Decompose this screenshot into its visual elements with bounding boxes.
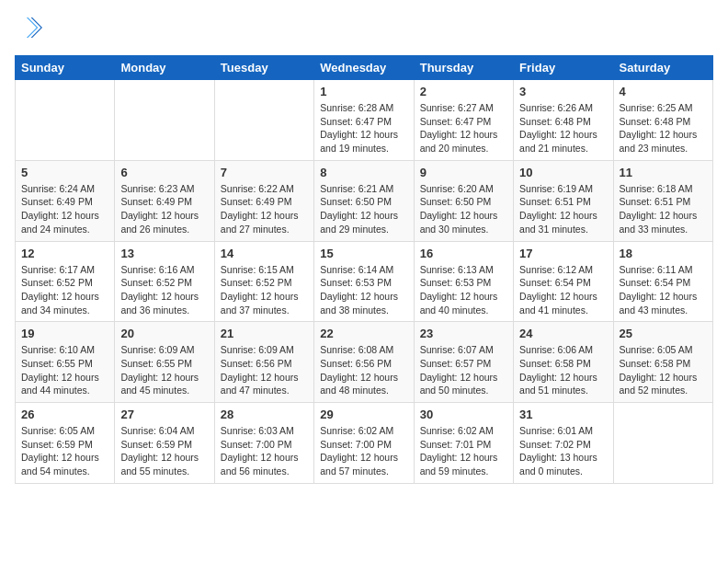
calendar-day-cell: 14Sunrise: 6:15 AM Sunset: 6:52 PM Dayli… <box>214 241 313 322</box>
day-info: Sunrise: 6:07 AM Sunset: 6:57 PM Dayligh… <box>420 343 507 397</box>
calendar-week-row: 12Sunrise: 6:17 AM Sunset: 6:52 PM Dayli… <box>16 241 713 322</box>
day-number: 9 <box>420 166 507 179</box>
calendar-day-cell: 26Sunrise: 6:05 AM Sunset: 6:59 PM Dayli… <box>16 403 115 484</box>
page-header <box>15 15 713 44</box>
day-info: Sunrise: 6:02 AM Sunset: 7:00 PM Dayligh… <box>320 424 407 478</box>
day-number: 19 <box>21 327 108 340</box>
day-number: 23 <box>420 327 507 340</box>
day-number: 22 <box>320 327 407 340</box>
day-info: Sunrise: 6:09 AM Sunset: 6:56 PM Dayligh… <box>221 343 308 397</box>
logo <box>15 15 42 44</box>
day-info: Sunrise: 6:09 AM Sunset: 6:55 PM Dayligh… <box>120 343 208 397</box>
calendar-day-cell: 8Sunrise: 6:21 AM Sunset: 6:50 PM Daylig… <box>314 160 414 241</box>
day-number: 11 <box>620 166 707 179</box>
day-info: Sunrise: 6:20 AM Sunset: 6:50 PM Dayligh… <box>420 182 507 236</box>
day-info: Sunrise: 6:19 AM Sunset: 6:51 PM Dayligh… <box>519 182 607 236</box>
calendar-day-cell: 10Sunrise: 6:19 AM Sunset: 6:51 PM Dayli… <box>514 160 613 241</box>
day-number: 30 <box>420 408 507 421</box>
calendar-day-cell: 18Sunrise: 6:11 AM Sunset: 6:54 PM Dayli… <box>613 241 712 322</box>
calendar-body: 1Sunrise: 6:28 AM Sunset: 6:47 PM Daylig… <box>16 80 713 484</box>
day-number: 24 <box>519 327 607 340</box>
calendar-day-cell: 17Sunrise: 6:12 AM Sunset: 6:54 PM Dayli… <box>514 241 613 322</box>
calendar-day-cell: 16Sunrise: 6:13 AM Sunset: 6:53 PM Dayli… <box>414 241 513 322</box>
calendar-day-cell: 31Sunrise: 6:01 AM Sunset: 7:02 PM Dayli… <box>514 403 613 484</box>
day-info: Sunrise: 6:25 AM Sunset: 6:48 PM Dayligh… <box>620 101 707 155</box>
day-info: Sunrise: 6:22 AM Sunset: 6:49 PM Dayligh… <box>221 182 308 236</box>
calendar-day-cell: 21Sunrise: 6:09 AM Sunset: 6:56 PM Dayli… <box>214 322 313 403</box>
day-info: Sunrise: 6:28 AM Sunset: 6:47 PM Dayligh… <box>320 101 407 155</box>
day-number: 5 <box>21 166 108 179</box>
calendar-day-cell: 23Sunrise: 6:07 AM Sunset: 6:57 PM Dayli… <box>414 322 513 403</box>
calendar-day-cell: 30Sunrise: 6:02 AM Sunset: 7:01 PM Dayli… <box>414 403 513 484</box>
calendar-day-cell: 24Sunrise: 6:06 AM Sunset: 6:58 PM Dayli… <box>514 322 613 403</box>
day-info: Sunrise: 6:02 AM Sunset: 7:01 PM Dayligh… <box>420 424 507 478</box>
day-info: Sunrise: 6:13 AM Sunset: 6:53 PM Dayligh… <box>420 263 507 317</box>
day-number: 6 <box>120 166 208 179</box>
svg-marker-1 <box>27 17 38 38</box>
weekday-header-cell: Monday <box>115 56 214 80</box>
day-number: 3 <box>519 85 607 98</box>
day-number: 26 <box>21 408 108 421</box>
weekday-header-cell: Saturday <box>613 56 712 80</box>
day-info: Sunrise: 6:23 AM Sunset: 6:49 PM Dayligh… <box>120 182 208 236</box>
weekday-header-cell: Thursday <box>414 56 513 80</box>
weekday-header-cell: Friday <box>514 56 613 80</box>
calendar-day-cell: 28Sunrise: 6:03 AM Sunset: 7:00 PM Dayli… <box>214 403 313 484</box>
calendar-week-row: 19Sunrise: 6:10 AM Sunset: 6:55 PM Dayli… <box>16 322 713 403</box>
day-number: 29 <box>320 408 407 421</box>
weekday-header-cell: Sunday <box>16 56 115 80</box>
day-info: Sunrise: 6:06 AM Sunset: 6:58 PM Dayligh… <box>519 343 607 397</box>
day-info: Sunrise: 6:24 AM Sunset: 6:49 PM Dayligh… <box>21 182 108 236</box>
calendar-day-cell: 3Sunrise: 6:26 AM Sunset: 6:48 PM Daylig… <box>514 80 613 161</box>
calendar-day-cell: 6Sunrise: 6:23 AM Sunset: 6:49 PM Daylig… <box>115 160 214 241</box>
day-number: 18 <box>620 247 707 260</box>
weekday-header-cell: Tuesday <box>214 56 313 80</box>
day-number: 10 <box>519 166 607 179</box>
day-info: Sunrise: 6:05 AM Sunset: 6:58 PM Dayligh… <box>620 343 707 397</box>
day-info: Sunrise: 6:12 AM Sunset: 6:54 PM Dayligh… <box>519 263 607 317</box>
day-number: 28 <box>221 408 308 421</box>
day-number: 12 <box>21 247 108 260</box>
calendar-day-cell: 29Sunrise: 6:02 AM Sunset: 7:00 PM Dayli… <box>314 403 414 484</box>
day-info: Sunrise: 6:17 AM Sunset: 6:52 PM Dayligh… <box>21 263 108 317</box>
day-number: 15 <box>320 247 407 260</box>
calendar-day-cell: 19Sunrise: 6:10 AM Sunset: 6:55 PM Dayli… <box>16 322 115 403</box>
calendar-week-row: 26Sunrise: 6:05 AM Sunset: 6:59 PM Dayli… <box>16 403 713 484</box>
calendar-day-cell: 15Sunrise: 6:14 AM Sunset: 6:53 PM Dayli… <box>314 241 414 322</box>
day-info: Sunrise: 6:01 AM Sunset: 7:02 PM Dayligh… <box>519 424 607 478</box>
day-number: 1 <box>320 85 407 98</box>
calendar-day-cell <box>613 403 712 484</box>
day-info: Sunrise: 6:04 AM Sunset: 6:59 PM Dayligh… <box>120 424 208 478</box>
day-info: Sunrise: 6:18 AM Sunset: 6:51 PM Dayligh… <box>620 182 707 236</box>
day-info: Sunrise: 6:05 AM Sunset: 6:59 PM Dayligh… <box>21 424 108 478</box>
day-info: Sunrise: 6:03 AM Sunset: 7:00 PM Dayligh… <box>221 424 308 478</box>
calendar-day-cell: 1Sunrise: 6:28 AM Sunset: 6:47 PM Daylig… <box>314 80 414 161</box>
day-info: Sunrise: 6:21 AM Sunset: 6:50 PM Dayligh… <box>320 182 407 236</box>
weekday-header-row: SundayMondayTuesdayWednesdayThursdayFrid… <box>16 56 713 80</box>
day-number: 20 <box>120 327 208 340</box>
calendar-day-cell: 11Sunrise: 6:18 AM Sunset: 6:51 PM Dayli… <box>613 160 712 241</box>
day-number: 21 <box>221 327 308 340</box>
day-number: 27 <box>120 408 208 421</box>
day-number: 4 <box>620 85 707 98</box>
day-info: Sunrise: 6:16 AM Sunset: 6:52 PM Dayligh… <box>120 263 208 317</box>
calendar-day-cell: 4Sunrise: 6:25 AM Sunset: 6:48 PM Daylig… <box>613 80 712 161</box>
calendar-day-cell: 5Sunrise: 6:24 AM Sunset: 6:49 PM Daylig… <box>16 160 115 241</box>
day-info: Sunrise: 6:10 AM Sunset: 6:55 PM Dayligh… <box>21 343 108 397</box>
calendar-day-cell: 7Sunrise: 6:22 AM Sunset: 6:49 PM Daylig… <box>214 160 313 241</box>
calendar-day-cell: 12Sunrise: 6:17 AM Sunset: 6:52 PM Dayli… <box>16 241 115 322</box>
calendar-day-cell: 13Sunrise: 6:16 AM Sunset: 6:52 PM Dayli… <box>115 241 214 322</box>
calendar-week-row: 1Sunrise: 6:28 AM Sunset: 6:47 PM Daylig… <box>16 80 713 161</box>
logo-icon <box>17 15 42 40</box>
day-number: 17 <box>519 247 607 260</box>
day-number: 2 <box>420 85 507 98</box>
day-number: 7 <box>221 166 308 179</box>
day-info: Sunrise: 6:14 AM Sunset: 6:53 PM Dayligh… <box>320 263 407 317</box>
calendar-day-cell <box>214 80 313 161</box>
calendar-table: SundayMondayTuesdayWednesdayThursdayFrid… <box>15 55 713 484</box>
day-info: Sunrise: 6:11 AM Sunset: 6:54 PM Dayligh… <box>620 263 707 317</box>
day-info: Sunrise: 6:08 AM Sunset: 6:56 PM Dayligh… <box>320 343 407 397</box>
day-number: 14 <box>221 247 308 260</box>
day-number: 25 <box>620 327 707 340</box>
calendar-day-cell <box>115 80 214 161</box>
